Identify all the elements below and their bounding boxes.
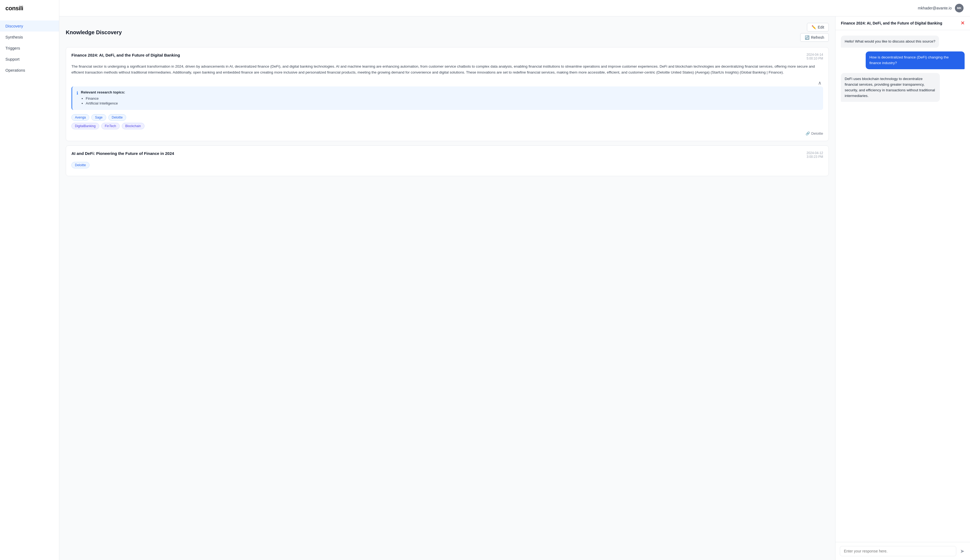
user-email: mkhader@avante.io [918,6,952,10]
close-icon: ✕ [960,20,965,26]
article-date-line1: 2024-04-14 [807,53,823,57]
refresh-button[interactable]: 🔄 Refresh [800,33,829,42]
refresh-label: Refresh [811,35,824,40]
sidebar-item-discovery-label: Discovery [5,24,23,28]
edit-label: Edit [818,25,824,29]
sidebar: consili Discovery Synthesis Triggers Sup… [0,0,59,560]
topic-item-2: Artificial Intelligence [86,101,819,105]
content-area: Knowledge Discovery ✏️ Edit 🔄 Refresh Fi… [59,17,970,560]
link-icon: 🔗 [806,132,810,135]
article-body-1: The financial sector is undergoing a sig… [72,63,823,76]
edit-button[interactable]: ✏️ Edit [807,23,829,32]
discovery-panel: Knowledge Discovery ✏️ Edit 🔄 Refresh Fi… [59,17,835,560]
info-content: Relevant research topics: Finance Artifi… [81,90,819,106]
header-buttons: ✏️ Edit 🔄 Refresh [800,23,829,42]
tag-deloitte-2[interactable]: Deloitte [72,162,90,168]
chat-messages: Hello! What would you like to discuss ab… [835,30,970,542]
tag-deloitte[interactable]: Deloitte [109,114,127,121]
article-date-2: 2024-04-12 3:00:23 PM [807,151,823,158]
collapse-button-1[interactable]: ∧ [816,80,823,87]
article2-tags: Deloitte [72,162,823,168]
send-button[interactable]: ➤ [959,547,966,555]
chat-input-area: ➤ [835,542,970,560]
discovery-header: Knowledge Discovery ✏️ Edit 🔄 Refresh [66,23,829,42]
chat-message-3: DeFi uses blockchain technology to decen… [841,73,940,102]
logo: consili [0,0,59,18]
source-link-label: Deloitte [811,132,823,135]
message-text-1: Hello! What would you like to discuss ab… [845,39,935,43]
message-text-3: DeFi uses blockchain technology to decen… [845,77,935,98]
main-area: mkhader@avante.io MK Knowledge Discovery… [59,0,970,560]
tag-fintech[interactable]: FinTech [101,123,120,129]
info-icon: ℹ [77,90,78,96]
chat-title: Finance 2024: AI, DeFi, and the Future o… [841,21,960,25]
sidebar-item-operations[interactable]: Operations [0,65,59,76]
tag-sage[interactable]: Sage [91,114,106,121]
article-date-2-line1: 2024-04-12 [807,151,823,155]
page-title: Knowledge Discovery [66,29,122,35]
info-list: Finance Artificial Intelligence [81,97,819,105]
source-link[interactable]: 🔗 Deloitte [72,132,823,135]
article-card-2: AI and DeFi: Pioneering the Future of Fi… [66,145,829,176]
message-text-2: How is decentralized finance (DeFi) chan… [870,55,949,65]
info-label: Relevant research topics: [81,90,819,94]
edit-icon: ✏️ [811,25,816,29]
article-title-1: Finance 2024: AI, DeFi, and the Future o… [72,53,807,57]
chat-message-1: Hello! What would you like to discuss ab… [841,35,939,48]
user-avatar: MK [955,4,963,12]
source-tags-row: Avenga Sage Deloitte [72,114,823,121]
article-date-1: 2024-04-14 5:00:10 PM [807,53,823,60]
chat-header: Finance 2024: AI, DeFi, and the Future o… [835,17,970,30]
sidebar-item-support-label: Support [5,57,20,62]
logo-text: consili [5,5,23,12]
article-card-1: Finance 2024: AI, DeFi, and the Future o… [66,47,829,141]
article-title-2: AI and DeFi: Pioneering the Future of Fi… [72,151,807,156]
refresh-icon: 🔄 [805,35,810,40]
sidebar-nav: Discovery Synthesis Triggers Support Ope… [0,18,59,78]
info-box-1: ℹ Relevant research topics: Finance Arti… [72,87,823,110]
topic-item-1: Finance [86,97,819,100]
sidebar-item-support[interactable]: Support [0,53,59,65]
chat-panel: Finance 2024: AI, DeFi, and the Future o… [835,17,970,560]
sidebar-item-triggers[interactable]: Triggers [0,43,59,53]
tag-digitalbankig[interactable]: DigitalBanking [72,123,99,129]
sidebar-item-discovery[interactable]: Discovery [0,20,59,32]
article-date-2-line2: 3:00:23 PM [807,155,823,158]
topic-tags-row: DigitalBanking FinTech Blockchain [72,123,823,129]
article-date-line2: 5:00:10 PM [807,57,823,60]
tag-avenga[interactable]: Avenga [72,114,89,121]
sidebar-item-synthesis[interactable]: Synthesis [0,32,59,43]
sidebar-item-synthesis-label: Synthesis [5,35,23,39]
send-icon: ➤ [960,548,965,554]
sidebar-item-operations-label: Operations [5,68,25,72]
topbar: mkhader@avante.io MK [59,0,970,17]
chat-message-2: How is decentralized finance (DeFi) chan… [866,52,965,69]
article-header-1: Finance 2024: AI, DeFi, and the Future o… [72,53,823,60]
tag-blockchain[interactable]: Blockchain [122,123,144,129]
sidebar-item-triggers-label: Triggers [5,46,20,50]
chat-close-button[interactable]: ✕ [960,21,965,26]
article-header-2: AI and DeFi: Pioneering the Future of Fi… [72,151,823,158]
chat-input[interactable] [840,546,956,556]
